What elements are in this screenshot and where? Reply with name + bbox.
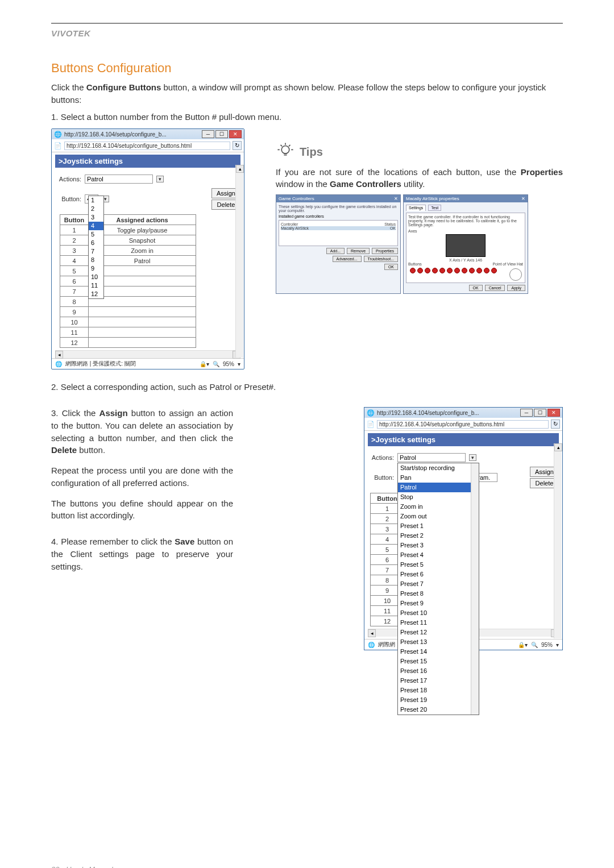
table-row[interactable]: 5 (60, 266, 196, 276)
dropdown-option[interactable]: Stop (398, 492, 479, 502)
dropdown-option[interactable]: 8 (89, 256, 103, 264)
maximize-button[interactable]: ☐ (534, 409, 546, 417)
step4-bold: Save (175, 537, 194, 546)
dropdown-option[interactable]: 6 (89, 239, 103, 247)
dropdown-option[interactable]: Zoom out (398, 512, 479, 521)
dropdown-option[interactable]: Preset 15 (398, 657, 479, 666)
gc-add-button[interactable]: Add... (326, 248, 345, 254)
button-number-dropdown[interactable]: 123456789101112 (88, 196, 104, 299)
table-row[interactable]: 10 (60, 317, 196, 327)
table-row[interactable]: 3Zoom in (60, 246, 196, 256)
gc-props-close-icon[interactable]: ✕ (521, 196, 525, 201)
refresh-button[interactable]: ↻ (551, 420, 560, 429)
zoom-dropdown-arrow[interactable]: ▾ (238, 361, 240, 367)
scroll-up-arrow[interactable]: ▴ (236, 165, 244, 173)
table-row[interactable]: 8 (60, 297, 196, 307)
vertical-scrollbar[interactable]: ▴ (235, 165, 243, 358)
scroll-left-arrow[interactable]: ◂ (55, 351, 63, 359)
dropdown-option[interactable]: Preset 17 (398, 676, 479, 686)
dropdown-option[interactable]: Preset 1 (398, 521, 479, 531)
dropdown-option[interactable]: 1 (89, 196, 103, 205)
dropdown-option[interactable]: Preset 10 (398, 608, 479, 618)
dropdown-option[interactable]: 5 (89, 230, 103, 239)
dropdown-option[interactable]: Preset 14 (398, 647, 479, 657)
dropdown-option[interactable]: 9 (89, 264, 103, 273)
actions-select[interactable] (397, 453, 466, 462)
dropdown-option[interactable]: 3 (89, 213, 103, 222)
table-row[interactable]: 9 (60, 307, 196, 317)
table-row[interactable]: 2Snapshot (60, 235, 196, 246)
gc-row-controller[interactable]: Macally AirStick (281, 226, 390, 230)
security-icon[interactable]: 🔒▾ (518, 642, 528, 648)
minimize-button[interactable]: ─ (202, 130, 214, 138)
dropdown-option[interactable]: 10 (89, 273, 103, 281)
address-bar[interactable]: http://192.168.4.104/setup/configure_but… (64, 142, 230, 150)
vertical-scrollbar[interactable]: ▴ (554, 443, 562, 638)
address-bar[interactable]: http://192.168.4.104/setup/configure_but… (377, 420, 549, 429)
actions-select[interactable] (85, 175, 153, 184)
zoom-icon[interactable]: 🔍 (213, 361, 219, 367)
horizontal-scrollbar[interactable]: ◂ ▸ (55, 350, 240, 358)
dropdown-option[interactable]: Preset 3 (398, 541, 479, 550)
scroll-up-arrow[interactable]: ▴ (554, 443, 562, 451)
actions-dropdown-arrow[interactable]: ▾ (156, 176, 164, 182)
actions-dropdown-arrow[interactable]: ▾ (469, 454, 476, 461)
dropdown-option[interactable]: 4 (89, 222, 103, 230)
dropdown-option[interactable]: 2 (89, 205, 103, 213)
zoom-dropdown-arrow[interactable]: ▾ (556, 642, 559, 648)
zoom-level[interactable]: 95% (541, 642, 553, 648)
dropdown-option[interactable]: Preset 20 (398, 705, 479, 715)
dropdown-scrollbar[interactable] (471, 463, 479, 715)
table-row[interactable]: 6 (60, 276, 196, 286)
table-row[interactable]: 12 (60, 338, 196, 348)
gc-controller-list[interactable]: ControllerStatus Macally AirStickOK (279, 220, 398, 246)
refresh-button[interactable]: ↻ (233, 141, 242, 150)
zoom-level[interactable]: 95% (223, 361, 234, 367)
security-icon[interactable]: 🔒▾ (200, 361, 209, 367)
dropdown-option[interactable]: Preset 16 (398, 666, 479, 676)
gc-ok-button[interactable]: OK (384, 264, 398, 270)
dropdown-option[interactable]: Patrol (398, 483, 479, 492)
maximize-button[interactable]: ☐ (215, 130, 228, 138)
gc-close-icon[interactable]: ✕ (394, 196, 398, 201)
table-row[interactable]: 4Patrol (60, 256, 196, 266)
table-row[interactable]: 1Toggle play/pause (60, 225, 196, 235)
dropdown-option[interactable]: Zoom in (398, 502, 479, 512)
minimize-button[interactable]: ─ (520, 409, 533, 417)
zoom-icon[interactable]: 🔍 (531, 642, 538, 648)
gc-properties-button[interactable]: Properties (372, 248, 398, 254)
gc-props-cancel-button[interactable]: Cancel (485, 285, 505, 291)
close-button[interactable]: ✕ (229, 130, 242, 138)
window2-titlebar[interactable]: 🌐 http://192.168.4.104/setup/configure_b… (364, 408, 562, 418)
dropdown-option[interactable]: Preset 11 (398, 618, 479, 628)
gc-props-ok-button[interactable]: OK (469, 285, 483, 291)
dropdown-option[interactable]: Preset 6 (398, 570, 479, 579)
dropdown-option[interactable]: 11 (89, 281, 103, 290)
dropdown-option[interactable]: Preset 9 (398, 599, 479, 608)
dropdown-option[interactable]: Preset 8 (398, 589, 479, 599)
gc-props-apply-button[interactable]: Apply (507, 285, 525, 291)
gc-troubleshoot-button[interactable]: Troubleshoot... (364, 256, 398, 262)
dropdown-option[interactable]: 7 (89, 247, 103, 256)
dropdown-option[interactable]: Preset 4 (398, 550, 479, 560)
tab-test[interactable]: Test (428, 205, 441, 211)
dropdown-option[interactable]: 12 (89, 290, 103, 298)
gc-advanced-button[interactable]: Advanced... (333, 256, 362, 262)
dropdown-option[interactable]: Preset 5 (398, 560, 479, 570)
gc-remove-button[interactable]: Remove (347, 248, 370, 254)
tab-settings[interactable]: Settings (406, 205, 426, 211)
dropdown-option[interactable]: Preset 19 (398, 695, 479, 705)
dropdown-option[interactable]: Preset 12 (398, 628, 479, 637)
scroll-left-arrow[interactable]: ◂ (368, 629, 376, 637)
table-row[interactable]: 11 (60, 327, 196, 338)
dropdown-option[interactable]: Preset 18 (398, 686, 479, 695)
dropdown-option[interactable]: Preset 13 (398, 637, 479, 647)
table-row[interactable]: 7 (60, 286, 196, 297)
dropdown-option[interactable]: Pan (398, 473, 479, 483)
dropdown-option[interactable]: Preset 7 (398, 579, 479, 589)
dropdown-option[interactable]: Start/stop recording (398, 463, 479, 473)
dropdown-option[interactable]: Preset 2 (398, 531, 479, 541)
actions-dropdown-list[interactable]: Start/stop recordingPanPatrolStopZoom in… (397, 463, 479, 715)
window-titlebar[interactable]: 🌐 http://192.168.4.104/setup/configure_b… (52, 129, 244, 139)
close-button[interactable]: ✕ (547, 409, 560, 417)
